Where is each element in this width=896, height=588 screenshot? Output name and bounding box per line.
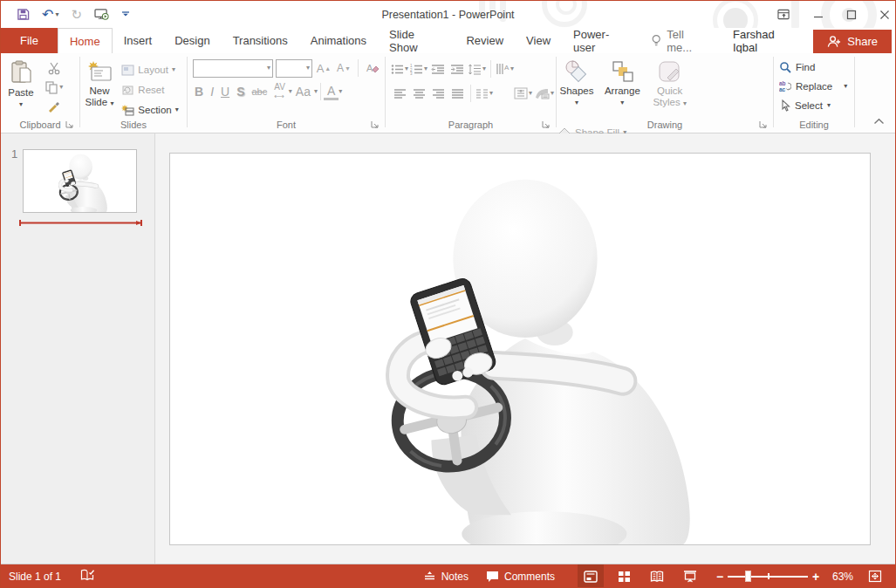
- quick-styles-button[interactable]: QuickStyles ▾: [648, 57, 692, 120]
- zoom-slider-handle[interactable]: [745, 571, 751, 582]
- tell-me-box[interactable]: Tell me...: [640, 28, 721, 53]
- decrease-font-size-button[interactable]: A▼: [335, 58, 352, 78]
- powerpoint-window: ↶▾ ↻ Presentation1 - PowerPoint: [0, 0, 896, 588]
- window-controls: [777, 1, 890, 28]
- slide-duration-indicator: [19, 220, 142, 226]
- bold-button[interactable]: B: [191, 84, 207, 99]
- section-button[interactable]: Section▾: [121, 100, 178, 120]
- layout-button[interactable]: Layout▾: [121, 60, 178, 79]
- slide-thumbnail[interactable]: [23, 149, 137, 213]
- font-size-combo[interactable]: ▾: [276, 59, 312, 78]
- font-name-combo[interactable]: ▾: [193, 59, 273, 78]
- align-right-button[interactable]: [429, 84, 447, 103]
- titlebar: ↶▾ ↻ Presentation1 - PowerPoint: [1, 1, 895, 28]
- share-button[interactable]: Share: [813, 30, 892, 53]
- notes-toggle[interactable]: Notes: [414, 564, 477, 588]
- reading-view-button[interactable]: [644, 564, 670, 588]
- slide-editing-area[interactable]: [169, 153, 871, 545]
- group-drawing: Shapes ▾ Arrange ▾ QuickStyles ▾ Shape F…: [557, 53, 773, 133]
- decrease-indent-button[interactable]: [429, 59, 447, 79]
- svg-text:ac: ac: [779, 86, 786, 92]
- maximize-button[interactable]: [846, 10, 857, 20]
- font-color-button[interactable]: A: [324, 83, 339, 100]
- tab-home[interactable]: Home: [58, 28, 113, 53]
- italic-button[interactable]: I: [207, 84, 217, 99]
- reading-view-icon: [650, 571, 664, 583]
- numbering-button[interactable]: 123 ▾: [410, 59, 427, 79]
- find-button[interactable]: Find: [779, 58, 854, 76]
- comments-toggle[interactable]: Comments: [477, 564, 564, 588]
- tab-power-user[interactable]: Power-user: [562, 28, 640, 53]
- font-dialog-launcher[interactable]: [371, 120, 381, 130]
- group-clipboard: Paste ▾ ▾ Clipboard: [1, 53, 79, 133]
- text-direction-button[interactable]: A ▾: [496, 59, 514, 79]
- select-button[interactable]: Select ▾: [779, 96, 854, 114]
- underline-button[interactable]: U: [217, 84, 233, 99]
- paragraph-dialog-launcher[interactable]: [542, 120, 552, 130]
- spell-check-button[interactable]: [80, 569, 95, 585]
- cut-button[interactable]: [44, 58, 63, 78]
- character-spacing-button[interactable]: AV⟷: [270, 82, 289, 101]
- align-left-button[interactable]: [391, 84, 408, 103]
- increase-font-size-button[interactable]: A▲: [315, 58, 332, 78]
- new-slide-button[interactable]: NewSlide ▾: [80, 57, 119, 120]
- ribbon-display-options-button[interactable]: [777, 9, 790, 21]
- fit-slide-to-window-button[interactable]: [862, 564, 888, 588]
- align-text-button[interactable]: ▾: [514, 84, 532, 103]
- strikethrough-button[interactable]: abc: [248, 85, 270, 98]
- increase-indent-button[interactable]: [448, 59, 466, 79]
- comments-icon: [486, 571, 499, 583]
- text-shadow-button[interactable]: S: [233, 84, 248, 99]
- zoom-level[interactable]: 63%: [824, 571, 862, 583]
- tab-transitions[interactable]: Transitions: [222, 28, 299, 53]
- bullets-button[interactable]: ▾: [391, 59, 408, 79]
- tab-review[interactable]: Review: [455, 28, 515, 53]
- group-editing: Find abac Replace ▾ Select ▾ Editing: [774, 53, 854, 133]
- ribbon: Paste ▾ ▾ Clipboard: [1, 53, 895, 133]
- align-center-button[interactable]: [410, 84, 427, 103]
- zoom-in-button[interactable]: +: [808, 570, 824, 584]
- layout-icon: [121, 65, 134, 76]
- arrange-button[interactable]: Arrange ▾: [599, 57, 645, 120]
- close-button[interactable]: [879, 10, 890, 20]
- increase-indent-icon: [450, 64, 464, 75]
- slide-indicator[interactable]: Slide 1 of 1: [9, 571, 61, 583]
- minimize-button[interactable]: [813, 10, 824, 20]
- editing-canvas: [155, 133, 895, 564]
- zoom-out-button[interactable]: −: [712, 570, 728, 584]
- shapes-button[interactable]: Shapes ▾: [557, 57, 597, 120]
- drawing-dialog-launcher[interactable]: [759, 120, 769, 130]
- zoom-controls: − +: [712, 564, 824, 588]
- change-case-button[interactable]: Aa: [292, 84, 314, 99]
- chevron-down-icon: ▾: [314, 88, 318, 95]
- replace-button[interactable]: abac Replace ▾: [779, 77, 854, 95]
- copy-button[interactable]: ▾: [44, 78, 63, 97]
- tab-design[interactable]: Design: [163, 28, 221, 53]
- shapes-icon: [564, 60, 590, 83]
- tab-animations[interactable]: Animations: [299, 28, 378, 53]
- window-title: Presentation1 - PowerPoint: [1, 1, 895, 28]
- line-spacing-icon: [468, 64, 482, 75]
- convert-to-smartart-button[interactable]: ▾: [534, 84, 554, 103]
- slide-show-button[interactable]: [677, 564, 703, 588]
- columns-button[interactable]: ▾: [475, 84, 493, 103]
- clipboard-dialog-launcher[interactable]: [65, 120, 76, 130]
- tab-view[interactable]: View: [515, 28, 562, 53]
- tab-file[interactable]: File: [1, 28, 58, 53]
- tab-insert[interactable]: Insert: [113, 28, 164, 53]
- paste-button[interactable]: Paste ▾: [3, 57, 38, 120]
- tab-slide-show[interactable]: Slide Show: [378, 28, 455, 53]
- collapse-ribbon-button[interactable]: [873, 115, 885, 127]
- reset-button[interactable]: Reset: [121, 80, 178, 99]
- normal-view-button[interactable]: [578, 564, 604, 588]
- account-user-name[interactable]: Farshad Iqbal: [721, 28, 811, 53]
- line-spacing-button[interactable]: ▾: [468, 59, 486, 79]
- slide-sorter-view-button[interactable]: [611, 564, 637, 588]
- format-painter-button[interactable]: [44, 97, 63, 116]
- chevron-down-icon: ▾: [59, 84, 63, 91]
- zoom-slider[interactable]: [728, 564, 808, 588]
- clear-formatting-button[interactable]: A: [364, 58, 381, 78]
- justify-button[interactable]: [448, 84, 466, 103]
- scissors-icon: [47, 61, 61, 75]
- share-person-icon: [827, 35, 841, 48]
